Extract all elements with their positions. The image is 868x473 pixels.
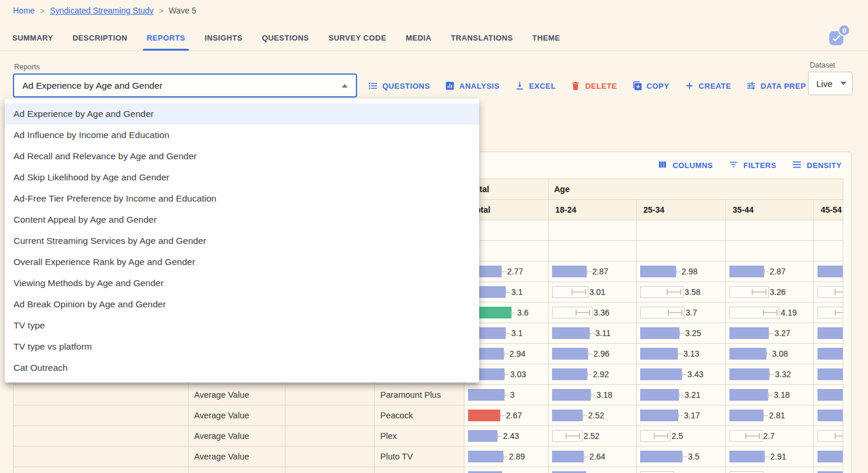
report-option[interactable]: Overall Experience Rank by Age and Gende…	[5, 251, 479, 273]
report-option[interactable]: Ad Break Opinion by Age and Gender	[5, 294, 479, 315]
error-whisker	[503, 454, 508, 460]
reports-select[interactable]: Ad Experience by Age and Gender	[13, 73, 357, 98]
pinned-cell	[374, 467, 464, 473]
report-option[interactable]: Content Appeal by Age and Gender	[5, 209, 479, 230]
value-cell	[813, 241, 843, 261]
report-option[interactable]: Ad-Free Tier Preference by Income and Ed…	[5, 188, 479, 209]
report-option[interactable]: TV type vs platform	[5, 336, 479, 357]
tab-bar: SUMMARYDESCRIPTIONREPORTSINSIGHTSQUESTIO…	[8, 26, 564, 50]
tune-icon	[746, 80, 756, 91]
columns-button[interactable]: COLUMNS	[657, 159, 713, 172]
breadcrumb-separator: >	[159, 6, 164, 15]
error-whisker	[768, 392, 773, 398]
error-whisker	[682, 454, 687, 460]
value-cell	[725, 241, 813, 261]
pinned-cell	[285, 447, 374, 467]
column-header-35-44[interactable]: 35-44	[725, 200, 813, 220]
value-cell: 3.26	[725, 282, 813, 303]
breadcrumb-current-page: Wave 5	[169, 6, 196, 15]
table-row: Average ValuePeacock2.672.523.172.81	[14, 405, 843, 426]
pinned-cell	[285, 405, 374, 426]
tab-reports[interactable]: REPORTS	[143, 26, 190, 50]
column-header-25-34[interactable]: 25-34	[636, 200, 725, 220]
error-whisker	[571, 289, 586, 295]
dataset-select-value: Live	[816, 79, 836, 89]
value-cell: 2.87	[548, 261, 636, 282]
tab-insights[interactable]: INSIGHTS	[200, 26, 247, 50]
tab-translations[interactable]: TRANSLATIONS	[447, 26, 517, 50]
error-whisker	[678, 412, 683, 419]
breadcrumb-separator: >	[40, 6, 45, 15]
error-whisker	[681, 371, 687, 378]
error-whisker	[679, 330, 684, 337]
questions-button[interactable]: QUESTIONS	[368, 80, 430, 91]
tab-description[interactable]: DESCRIPTION	[68, 26, 131, 50]
value-cell: 3.11	[548, 323, 636, 344]
breadcrumb-study-link[interactable]: Syndicated Streaming Study	[50, 6, 154, 15]
error-whisker	[587, 351, 593, 357]
error-whisker	[497, 433, 502, 440]
value-cell	[725, 467, 813, 473]
value-cell: 3.21	[636, 385, 725, 405]
error-whisker	[763, 310, 778, 316]
create-button[interactable]: CREATE	[684, 80, 731, 91]
pinned-cell: Paramount Plus	[374, 385, 464, 405]
pinned-cell	[14, 426, 188, 447]
tab-questions[interactable]: QUESTIONS	[258, 26, 313, 50]
report-option[interactable]: Ad Experience by Age and Gender	[5, 103, 479, 125]
tab-theme[interactable]: THEME	[528, 26, 564, 50]
report-option[interactable]: TV type	[5, 315, 479, 336]
pinned-cell: Average Value	[188, 447, 285, 467]
tab-survey-code[interactable]: SURVEY CODE	[324, 26, 391, 50]
error-whisker	[501, 269, 506, 275]
error-whisker	[835, 310, 843, 316]
density-button[interactable]: DENSITY	[792, 159, 842, 172]
error-whisker	[504, 392, 509, 398]
error-whisker	[587, 371, 592, 378]
breadcrumb-home-link[interactable]: Home	[13, 6, 35, 15]
value-cell	[464, 467, 548, 473]
report-option[interactable]: Cat Outreach	[5, 357, 479, 378]
value-cell	[548, 220, 636, 241]
report-option[interactable]: Current Streaming Services by Age and Ge…	[5, 230, 479, 251]
report-option[interactable]: Viewing Methods by Age and Gender	[5, 273, 479, 294]
copy-button[interactable]: COPY	[632, 80, 669, 91]
pinned-cell	[285, 426, 374, 447]
tab-media[interactable]: MEDIA	[402, 26, 436, 50]
value-cell	[636, 241, 725, 261]
column-header-45-54[interactable]: 45-54	[813, 200, 843, 220]
report-option[interactable]: Ad Influence by Income and Education	[5, 125, 479, 146]
excel-button[interactable]: EXCEL	[514, 80, 556, 91]
dataset-label: Dataset	[810, 61, 835, 69]
error-whisker	[583, 454, 588, 460]
data-prep-button[interactable]: DATA PREP	[746, 80, 806, 91]
tab-summary[interactable]: SUMMARY	[8, 26, 57, 50]
pinned-cell: Average Value	[188, 385, 285, 405]
dataset-select[interactable]: Live	[808, 72, 853, 95]
value-cell	[813, 447, 843, 467]
value-cell	[813, 385, 843, 405]
value-cell: 3.17	[636, 405, 725, 426]
value-cell: 3.32	[725, 364, 813, 385]
divider	[0, 51, 868, 51]
group-header-age[interactable]: Age	[548, 179, 843, 200]
value-cell: 3.5	[636, 447, 725, 467]
report-option[interactable]: Ad Skip Likelihood by Age and Gender	[5, 167, 479, 188]
filters-button[interactable]: FILTERS	[728, 159, 776, 172]
delete-button[interactable]: DELETE	[570, 80, 617, 91]
error-whisker	[511, 310, 516, 316]
breadcrumb: Home > Syndicated Streaming Study > Wave…	[13, 6, 196, 15]
value-cell: 2.67	[464, 405, 548, 426]
validation-check-badge[interactable]: 0	[829, 31, 853, 52]
table-row: Average ValueParamount Plus33.183.213.18	[14, 385, 843, 405]
value-cell: 2.87	[725, 261, 813, 282]
report-option[interactable]: Ad Recall and Relevance by Age and Gende…	[5, 146, 479, 167]
value-cell: 3.08	[725, 344, 813, 364]
value-cell: 3.43	[636, 364, 725, 385]
table-row	[14, 467, 843, 473]
error-whisker	[586, 269, 591, 275]
error-whisker	[590, 392, 596, 398]
column-header-18-24[interactable]: 18-24	[548, 200, 636, 220]
pinned-cell: Average Value	[188, 405, 285, 426]
analysis-button[interactable]: ANALYSIS	[445, 80, 500, 91]
